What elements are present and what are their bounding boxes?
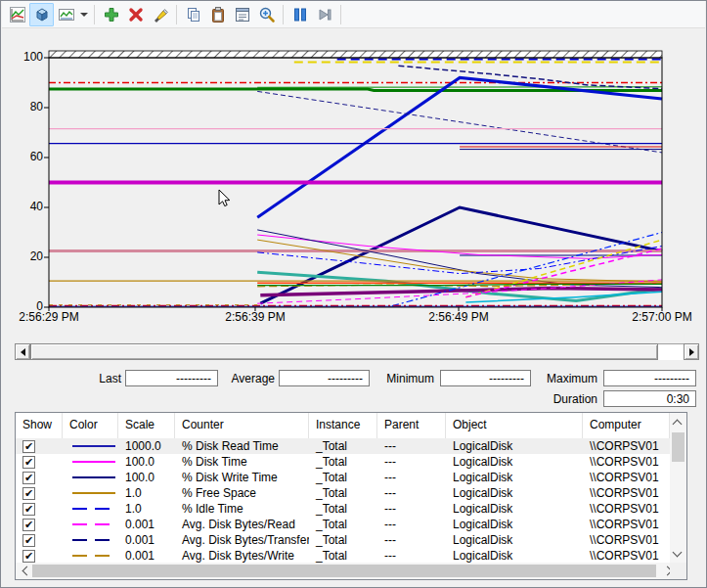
parent-cell: ---: [377, 454, 446, 470]
paste-icon: [209, 6, 227, 23]
column-header-computer[interactable]: Computer: [583, 413, 670, 438]
column-header-color[interactable]: Color: [63, 413, 118, 438]
column-header-object[interactable]: Object: [446, 413, 583, 438]
scroll-down-icon[interactable]: [674, 549, 682, 557]
counter-row[interactable]: ✔1000.0% Disk Read Time_Total---LogicalD…: [16, 438, 670, 454]
counter-line: [260, 289, 662, 295]
counter-row[interactable]: ✔100.0% Disk Write Time_Total---LogicalD…: [16, 470, 670, 485]
counter-row[interactable]: ✔100.0% Disk Time_Total---LogicalDisk\\C…: [16, 454, 670, 470]
legend-header-row: ShowColorScaleCounterInstanceParentObjec…: [16, 413, 670, 438]
freeze-display-button[interactable]: [287, 3, 312, 26]
x-axis-tick-label: 2:57:00 PM: [628, 310, 696, 324]
change-graph-type-icon: [58, 6, 75, 23]
instance-cell: _Total: [309, 454, 377, 470]
counter-cell: % Free Space: [175, 485, 309, 501]
copy-properties-button[interactable]: [181, 3, 205, 26]
computer-cell: \\CORPSV01: [583, 501, 670, 517]
column-header-counter[interactable]: Counter: [175, 413, 309, 438]
object-cell: LogicalDisk: [446, 470, 583, 485]
scrollbar-thumb[interactable]: [30, 343, 658, 360]
vertical-scrollbar-thumb[interactable]: [672, 432, 685, 462]
counter-row[interactable]: ✔1.0% Idle Time_Total---LogicalDisk\\COR…: [16, 501, 670, 517]
y-axis-tick-label: 40: [10, 200, 43, 213]
graph-type-dropdown-caret[interactable]: [78, 3, 90, 26]
y-axis-tick-label: 20: [10, 249, 43, 263]
counter-cell: Avg. Disk Bytes/Read: [175, 517, 309, 532]
zoom-button[interactable]: [254, 3, 279, 26]
computer-cell: \\CORPSV01: [583, 485, 670, 501]
show-checkbox[interactable]: ✔: [22, 534, 35, 547]
change-graph-type-button[interactable]: [54, 3, 78, 26]
computer-cell: \\CORPSV01: [583, 517, 670, 532]
counter-line: [257, 272, 662, 300]
view-log-data-button[interactable]: [29, 3, 54, 26]
column-header-scale[interactable]: Scale: [118, 413, 175, 438]
counter-row[interactable]: ✔0.001Avg. Disk Bytes/Write_Total---Logi…: [16, 548, 670, 564]
instance-cell: _Total: [309, 470, 377, 485]
parent-cell: ---: [377, 438, 446, 454]
legend-vertical-scrollbar[interactable]: [670, 413, 686, 563]
show-checkbox[interactable]: ✔: [22, 440, 35, 453]
view-current-activity-button[interactable]: [5, 3, 29, 26]
update-data-button[interactable]: [312, 3, 336, 26]
scroll-up-icon[interactable]: [674, 419, 682, 427]
paste-counter-list-button[interactable]: [205, 3, 230, 26]
counter-line: [257, 87, 662, 88]
toolbar-separator: [340, 5, 341, 24]
horizontal-scrollbar-thumb[interactable]: [32, 565, 656, 577]
parent-cell: ---: [377, 501, 446, 517]
performance-graph: [49, 58, 662, 307]
column-header-instance[interactable]: Instance: [309, 413, 377, 438]
instance-cell: _Total: [309, 517, 377, 532]
column-header-show[interactable]: Show: [16, 413, 63, 438]
add-counter-button[interactable]: [99, 3, 123, 26]
counter-cell: % Disk Read Time: [175, 438, 309, 454]
last-label: Last: [63, 372, 121, 387]
y-axis-tick-label: 80: [10, 100, 43, 113]
parent-cell: ---: [377, 532, 446, 548]
left-arrow-icon: [17, 348, 25, 356]
counter-cell: % Disk Write Time: [175, 470, 309, 485]
counter-row[interactable]: ✔0.001Avg. Disk Bytes/Transfer_Total---L…: [16, 532, 670, 548]
toolbar: [2, 1, 705, 28]
highlight-icon: [152, 6, 169, 23]
color-swatch: [72, 539, 115, 541]
computer-cell: \\CORPSV01: [583, 532, 670, 548]
toolbar-separator: [176, 5, 177, 24]
object-cell: LogicalDisk: [446, 501, 583, 517]
duration-label: Duration: [509, 392, 597, 408]
object-cell: LogicalDisk: [446, 548, 583, 564]
scroll-left-button[interactable]: [15, 343, 30, 360]
show-checkbox[interactable]: ✔: [22, 503, 35, 516]
add-icon: [103, 6, 120, 23]
counter-row[interactable]: ✔0.001Avg. Disk Bytes/Read_Total---Logic…: [16, 517, 670, 532]
show-checkbox[interactable]: ✔: [22, 519, 35, 531]
toolbar-separator: [283, 5, 284, 24]
color-swatch: [72, 476, 115, 478]
pause-icon: [291, 6, 309, 23]
toolbar-separator: [94, 5, 95, 24]
time-range-scrollbar[interactable]: [15, 343, 699, 360]
computer-cell: \\CORPSV01: [583, 438, 670, 454]
show-checkbox[interactable]: ✔: [22, 472, 35, 484]
color-swatch: [72, 523, 115, 525]
scroll-left-icon[interactable]: [22, 567, 29, 575]
counter-row[interactable]: ✔1.0% Free Space_Total---LogicalDisk\\CO…: [16, 485, 670, 501]
show-checkbox[interactable]: ✔: [22, 550, 35, 563]
performance-monitor-window: 100806040200 2:56:29 PM2:56:39 PM2:56:49…: [0, 0, 707, 588]
computer-cell: \\CORPSV01: [583, 470, 670, 485]
scroll-right-button[interactable]: [684, 343, 699, 360]
scale-cell: 0.001: [118, 532, 175, 548]
legend-horizontal-scrollbar[interactable]: [16, 563, 686, 579]
computer-cell: \\CORPSV01: [583, 454, 670, 470]
delete-button[interactable]: [123, 3, 148, 26]
properties-button[interactable]: [230, 3, 254, 26]
show-checkbox[interactable]: ✔: [22, 456, 35, 469]
scale-cell: 1.0: [118, 501, 175, 517]
highlight-button[interactable]: [148, 3, 172, 26]
duration-value: 0:30: [603, 390, 696, 407]
color-swatch: [72, 555, 115, 557]
column-header-parent[interactable]: Parent: [377, 413, 446, 438]
counter-cell: % Disk Time: [175, 454, 309, 470]
show-checkbox[interactable]: ✔: [22, 487, 35, 500]
